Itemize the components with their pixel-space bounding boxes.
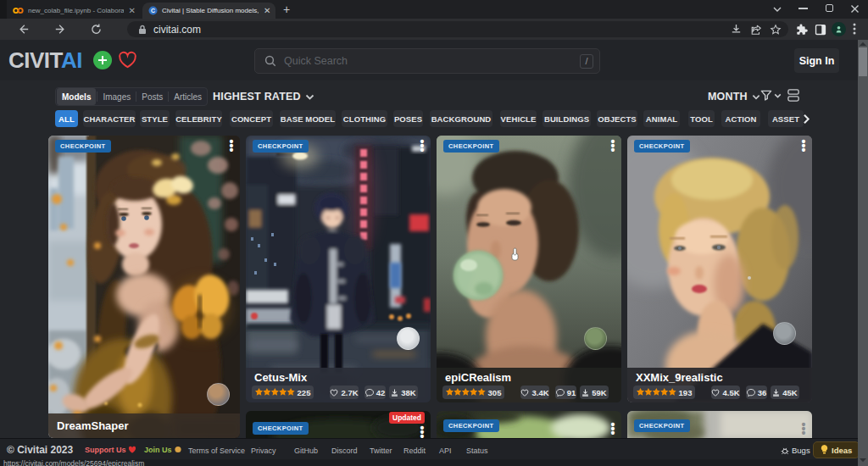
svg-text:C: C <box>151 8 155 14</box>
